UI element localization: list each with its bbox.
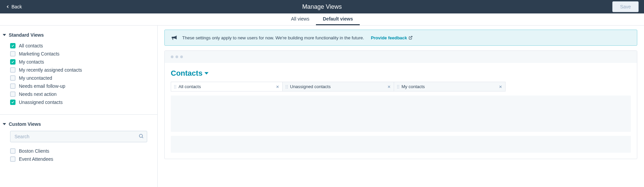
view-tab[interactable]: My contacts bbox=[394, 82, 506, 91]
svg-point-23 bbox=[398, 85, 399, 85]
svg-point-24 bbox=[397, 86, 398, 87]
checkbox-label: Marketing Contacts bbox=[19, 51, 60, 57]
svg-line-3 bbox=[142, 137, 143, 138]
external-link-icon bbox=[409, 36, 413, 40]
placeholder-block bbox=[171, 136, 631, 153]
checkbox[interactable] bbox=[10, 51, 15, 57]
contacts-dropdown[interactable]: Contacts bbox=[171, 69, 631, 78]
checkbox-label: Unassigned contacts bbox=[19, 100, 63, 105]
drag-handle-icon[interactable] bbox=[285, 85, 288, 89]
back-button[interactable]: Back bbox=[5, 4, 22, 9]
custom-views-title: Custom Views bbox=[9, 121, 41, 127]
close-icon[interactable] bbox=[498, 85, 503, 89]
view-tab[interactable]: All contacts bbox=[171, 82, 283, 91]
megaphone-icon bbox=[171, 34, 178, 41]
checkbox-item[interactable]: My recently assigned contacts bbox=[10, 66, 147, 74]
preview-header bbox=[165, 51, 637, 63]
chevron-left-icon bbox=[5, 4, 10, 9]
caret-down-icon bbox=[3, 33, 6, 37]
svg-point-8 bbox=[174, 86, 175, 87]
caret-down-icon bbox=[204, 71, 208, 75]
svg-point-15 bbox=[287, 85, 288, 85]
svg-point-2 bbox=[139, 134, 142, 137]
banner-link-label: Provide feedback bbox=[371, 35, 407, 40]
svg-point-22 bbox=[397, 85, 398, 85]
view-tab-label: Unassigned contacts bbox=[290, 84, 387, 89]
svg-point-25 bbox=[398, 86, 399, 87]
view-tab[interactable]: Unassigned contacts bbox=[282, 82, 394, 91]
checkbox-item[interactable]: Needs email follow-up bbox=[10, 82, 147, 90]
caret-down-icon bbox=[3, 122, 6, 126]
checkbox-item[interactable]: Event Attendees bbox=[10, 155, 147, 163]
checkbox[interactable] bbox=[10, 67, 15, 73]
checkbox[interactable] bbox=[10, 156, 15, 162]
svg-marker-0 bbox=[3, 34, 6, 36]
svg-point-17 bbox=[287, 86, 288, 87]
checkbox[interactable] bbox=[10, 100, 15, 105]
preview-body: Contacts All contactsUnassigned contacts… bbox=[165, 63, 637, 159]
checkbox-label: Needs email follow-up bbox=[19, 83, 65, 89]
checkbox[interactable] bbox=[10, 59, 15, 65]
standard-views-title: Standard Views bbox=[9, 32, 44, 38]
checkbox[interactable] bbox=[10, 148, 15, 154]
svg-point-6 bbox=[174, 85, 175, 85]
header: Back Manage Views Save bbox=[0, 0, 644, 13]
drag-handle-icon[interactable] bbox=[174, 85, 176, 89]
divider bbox=[0, 114, 157, 115]
tab-default-views[interactable]: Default views bbox=[316, 13, 359, 25]
banner-text: These settings only apply to new users f… bbox=[182, 35, 364, 40]
svg-point-18 bbox=[286, 87, 286, 88]
checkbox-label: My recently assigned contacts bbox=[19, 67, 82, 73]
view-tab-label: All contacts bbox=[179, 84, 276, 89]
checkbox-item[interactable]: Boston Clients bbox=[10, 147, 147, 155]
search-wrap bbox=[3, 131, 147, 142]
drag-handle-icon[interactable] bbox=[397, 85, 399, 89]
search-icon bbox=[138, 134, 144, 140]
checkbox-label: Needs next action bbox=[19, 91, 57, 97]
standard-views-list: All contactsMarketing ContactsMy contact… bbox=[3, 42, 147, 106]
view-tab-label: My contacts bbox=[401, 84, 498, 89]
checkbox-label: Event Attendees bbox=[19, 156, 53, 162]
svg-point-7 bbox=[175, 85, 176, 85]
svg-point-27 bbox=[398, 87, 399, 88]
checkbox[interactable] bbox=[10, 91, 15, 97]
view-tabs: All contactsUnassigned contactsMy contac… bbox=[171, 82, 631, 91]
checkbox-item[interactable]: Needs next action bbox=[10, 90, 147, 98]
checkbox-item[interactable]: My uncontacted bbox=[10, 74, 147, 82]
svg-point-10 bbox=[174, 87, 175, 88]
svg-point-19 bbox=[287, 87, 288, 88]
checkbox-item[interactable]: My contacts bbox=[10, 58, 147, 66]
checkbox-label: My uncontacted bbox=[19, 75, 52, 81]
checkbox[interactable] bbox=[10, 43, 15, 48]
tab-all-views[interactable]: All views bbox=[284, 13, 316, 25]
checkbox[interactable] bbox=[10, 83, 15, 89]
close-icon[interactable] bbox=[387, 85, 391, 89]
save-button[interactable]: Save bbox=[612, 1, 639, 12]
svg-marker-5 bbox=[204, 72, 208, 74]
custom-views-header[interactable]: Custom Views bbox=[3, 121, 147, 127]
checkbox-label: My contacts bbox=[19, 59, 44, 65]
svg-point-14 bbox=[286, 85, 286, 85]
svg-point-26 bbox=[397, 87, 398, 88]
provide-feedback-link[interactable]: Provide feedback bbox=[371, 35, 413, 40]
preview-dot bbox=[171, 55, 173, 58]
svg-point-9 bbox=[175, 86, 176, 87]
preview-dot bbox=[175, 55, 178, 58]
main: Standard Views All contactsMarketing Con… bbox=[0, 26, 644, 187]
standard-views-header[interactable]: Standard Views bbox=[3, 32, 147, 38]
preview-panel: Contacts All contactsUnassigned contacts… bbox=[164, 50, 637, 159]
svg-point-16 bbox=[286, 86, 286, 87]
checkbox-item[interactable]: Unassigned contacts bbox=[10, 98, 147, 106]
checkbox-item[interactable]: All contacts bbox=[10, 42, 147, 50]
svg-line-4 bbox=[410, 36, 412, 38]
search-input[interactable] bbox=[10, 131, 147, 142]
close-icon[interactable] bbox=[276, 85, 280, 89]
checkbox-item[interactable]: Marketing Contacts bbox=[10, 50, 147, 58]
checkbox-label: All contacts bbox=[19, 43, 43, 48]
checkbox[interactable] bbox=[10, 75, 15, 81]
tabs: All views Default views bbox=[0, 13, 644, 26]
page-title: Manage Views bbox=[302, 3, 342, 10]
back-label: Back bbox=[11, 4, 22, 9]
svg-marker-1 bbox=[3, 123, 6, 125]
preview-dot bbox=[180, 55, 183, 58]
